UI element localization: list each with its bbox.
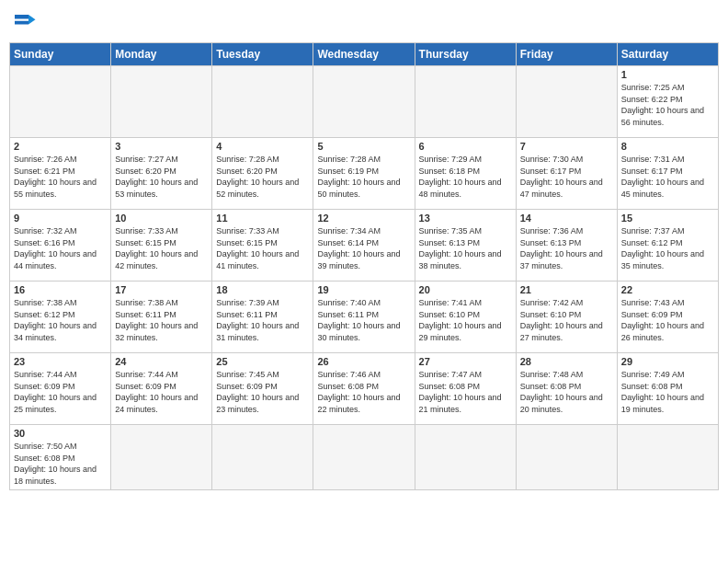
day-info: Sunrise: 7:50 AM Sunset: 6:08 PM Dayligh… (14, 441, 107, 487)
logo-icon (9, 9, 37, 37)
calendar-cell (111, 425, 212, 490)
calendar-cell (111, 66, 212, 138)
calendar-cell: 4Sunrise: 7:28 AM Sunset: 6:20 PM Daylig… (212, 138, 313, 210)
calendar-cell (212, 66, 313, 138)
day-info: Sunrise: 7:27 AM Sunset: 6:20 PM Dayligh… (115, 154, 208, 200)
day-number: 29 (621, 356, 714, 367)
calendar-cell: 24Sunrise: 7:44 AM Sunset: 6:09 PM Dayli… (111, 353, 212, 425)
calendar-cell: 5Sunrise: 7:28 AM Sunset: 6:19 PM Daylig… (313, 138, 415, 210)
calendar-cell: 8Sunrise: 7:31 AM Sunset: 6:17 PM Daylig… (617, 138, 718, 210)
calendar-cell (10, 66, 111, 138)
day-number: 14 (520, 213, 613, 224)
calendar-cell: 23Sunrise: 7:44 AM Sunset: 6:09 PM Dayli… (10, 353, 111, 425)
svg-rect-3 (15, 19, 28, 21)
day-header: Tuesday (212, 43, 313, 66)
day-header: Wednesday (313, 43, 415, 66)
day-number: 24 (115, 356, 208, 367)
day-header: Saturday (617, 43, 718, 66)
calendar-cell: 1Sunrise: 7:25 AM Sunset: 6:22 PM Daylig… (617, 66, 718, 138)
day-number: 23 (14, 356, 107, 367)
calendar-cell (516, 66, 617, 138)
day-info: Sunrise: 7:47 AM Sunset: 6:08 PM Dayligh… (419, 369, 512, 415)
day-number: 10 (115, 213, 208, 224)
calendar-cell (313, 66, 415, 138)
day-number: 6 (419, 141, 512, 152)
calendar-cell (212, 425, 313, 490)
day-info: Sunrise: 7:45 AM Sunset: 6:09 PM Dayligh… (216, 369, 309, 415)
week-row: 9Sunrise: 7:32 AM Sunset: 6:16 PM Daylig… (10, 210, 719, 282)
day-number: 26 (317, 356, 410, 367)
week-row: 1Sunrise: 7:25 AM Sunset: 6:22 PM Daylig… (10, 66, 719, 138)
logo (9, 9, 40, 37)
header-row: SundayMondayTuesdayWednesdayThursdayFrid… (10, 43, 719, 66)
calendar: SundayMondayTuesdayWednesdayThursdayFrid… (9, 42, 719, 490)
day-info: Sunrise: 7:46 AM Sunset: 6:08 PM Dayligh… (317, 369, 410, 415)
day-number: 11 (216, 213, 309, 224)
calendar-cell: 27Sunrise: 7:47 AM Sunset: 6:08 PM Dayli… (415, 353, 516, 425)
day-number: 18 (216, 284, 309, 295)
day-info: Sunrise: 7:29 AM Sunset: 6:18 PM Dayligh… (419, 154, 512, 200)
day-number: 1 (621, 69, 714, 80)
calendar-cell: 25Sunrise: 7:45 AM Sunset: 6:09 PM Dayli… (212, 353, 313, 425)
calendar-cell (617, 425, 718, 490)
calendar-cell (415, 66, 516, 138)
day-number: 7 (520, 141, 613, 152)
calendar-cell: 10Sunrise: 7:33 AM Sunset: 6:15 PM Dayli… (111, 210, 212, 282)
calendar-cell: 9Sunrise: 7:32 AM Sunset: 6:16 PM Daylig… (10, 210, 111, 282)
day-number: 5 (317, 141, 410, 152)
week-row: 16Sunrise: 7:38 AM Sunset: 6:12 PM Dayli… (10, 282, 719, 353)
day-info: Sunrise: 7:28 AM Sunset: 6:19 PM Dayligh… (317, 154, 410, 200)
calendar-cell: 6Sunrise: 7:29 AM Sunset: 6:18 PM Daylig… (415, 138, 516, 210)
calendar-cell: 2Sunrise: 7:26 AM Sunset: 6:21 PM Daylig… (10, 138, 111, 210)
day-number: 28 (520, 356, 613, 367)
calendar-cell: 30Sunrise: 7:50 AM Sunset: 6:08 PM Dayli… (10, 425, 111, 490)
day-info: Sunrise: 7:44 AM Sunset: 6:09 PM Dayligh… (14, 369, 107, 415)
calendar-cell (415, 425, 516, 490)
day-number: 21 (520, 284, 613, 295)
day-number: 20 (419, 284, 512, 295)
calendar-cell: 29Sunrise: 7:49 AM Sunset: 6:08 PM Dayli… (617, 353, 718, 425)
calendar-cell: 17Sunrise: 7:38 AM Sunset: 6:11 PM Dayli… (111, 282, 212, 353)
day-info: Sunrise: 7:26 AM Sunset: 6:21 PM Dayligh… (14, 154, 107, 200)
day-info: Sunrise: 7:41 AM Sunset: 6:10 PM Dayligh… (419, 297, 512, 343)
day-info: Sunrise: 7:48 AM Sunset: 6:08 PM Dayligh… (520, 369, 613, 415)
day-header: Friday (516, 43, 617, 66)
calendar-cell: 28Sunrise: 7:48 AM Sunset: 6:08 PM Dayli… (516, 353, 617, 425)
day-number: 3 (115, 141, 208, 152)
day-info: Sunrise: 7:36 AM Sunset: 6:13 PM Dayligh… (520, 225, 613, 271)
day-info: Sunrise: 7:34 AM Sunset: 6:14 PM Dayligh… (317, 225, 410, 271)
calendar-cell: 20Sunrise: 7:41 AM Sunset: 6:10 PM Dayli… (415, 282, 516, 353)
day-info: Sunrise: 7:32 AM Sunset: 6:16 PM Dayligh… (14, 225, 107, 271)
day-info: Sunrise: 7:33 AM Sunset: 6:15 PM Dayligh… (216, 225, 309, 271)
calendar-cell: 13Sunrise: 7:35 AM Sunset: 6:13 PM Dayli… (415, 210, 516, 282)
day-number: 27 (419, 356, 512, 367)
calendar-cell: 15Sunrise: 7:37 AM Sunset: 6:12 PM Dayli… (617, 210, 718, 282)
day-header: Sunday (10, 43, 111, 66)
day-info: Sunrise: 7:31 AM Sunset: 6:17 PM Dayligh… (621, 154, 714, 200)
day-header: Monday (111, 43, 212, 66)
week-row: 30Sunrise: 7:50 AM Sunset: 6:08 PM Dayli… (10, 425, 719, 490)
calendar-cell (516, 425, 617, 490)
day-number: 13 (419, 213, 512, 224)
day-info: Sunrise: 7:37 AM Sunset: 6:12 PM Dayligh… (621, 225, 714, 271)
day-number: 16 (14, 284, 107, 295)
calendar-cell: 18Sunrise: 7:39 AM Sunset: 6:11 PM Dayli… (212, 282, 313, 353)
calendar-cell: 14Sunrise: 7:36 AM Sunset: 6:13 PM Dayli… (516, 210, 617, 282)
day-number: 9 (14, 213, 107, 224)
calendar-cell: 22Sunrise: 7:43 AM Sunset: 6:09 PM Dayli… (617, 282, 718, 353)
day-number: 19 (317, 284, 410, 295)
day-info: Sunrise: 7:33 AM Sunset: 6:15 PM Dayligh… (115, 225, 208, 271)
day-info: Sunrise: 7:38 AM Sunset: 6:11 PM Dayligh… (115, 297, 208, 343)
page: SundayMondayTuesdayWednesdayThursdayFrid… (0, 0, 728, 563)
day-number: 2 (14, 141, 107, 152)
week-row: 2Sunrise: 7:26 AM Sunset: 6:21 PM Daylig… (10, 138, 719, 210)
day-info: Sunrise: 7:43 AM Sunset: 6:09 PM Dayligh… (621, 297, 714, 343)
header (9, 9, 719, 37)
day-info: Sunrise: 7:38 AM Sunset: 6:12 PM Dayligh… (14, 297, 107, 343)
day-number: 15 (621, 213, 714, 224)
week-row: 23Sunrise: 7:44 AM Sunset: 6:09 PM Dayli… (10, 353, 719, 425)
day-info: Sunrise: 7:42 AM Sunset: 6:10 PM Dayligh… (520, 297, 613, 343)
calendar-cell: 11Sunrise: 7:33 AM Sunset: 6:15 PM Dayli… (212, 210, 313, 282)
day-info: Sunrise: 7:25 AM Sunset: 6:22 PM Dayligh… (621, 82, 714, 128)
day-number: 17 (115, 284, 208, 295)
